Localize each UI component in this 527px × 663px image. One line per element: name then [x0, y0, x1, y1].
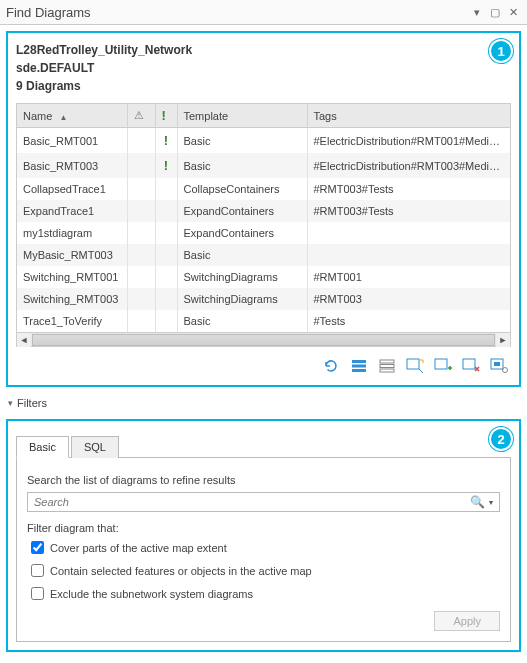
cell-flag [155, 244, 177, 266]
database-name: sde.DEFAULT [16, 61, 511, 75]
col-header-template[interactable]: Template [177, 104, 307, 128]
checkbox-exclude-subnetwork[interactable]: Exclude the subnetwork system diagrams [27, 584, 500, 603]
open-diagram-button[interactable] [405, 357, 425, 375]
cell-tags [307, 222, 510, 244]
callout-badge-2: 2 [489, 427, 513, 451]
svg-rect-4 [380, 365, 394, 368]
search-input[interactable] [32, 495, 468, 509]
refresh-button[interactable] [321, 357, 341, 375]
cell-name: Switching_RMT001 [17, 266, 127, 288]
cell-name: ExpandTrace1 [17, 200, 127, 222]
table-row[interactable]: Basic_RMT001!Basic#ElectricDistribution#… [17, 128, 510, 154]
tab-basic[interactable]: Basic [16, 436, 69, 458]
checkbox-exclude-subnetwork-input[interactable] [31, 587, 44, 600]
checkbox-cover-extent-label: Cover parts of the active map extent [50, 542, 227, 554]
checkbox-cover-extent-input[interactable] [31, 541, 44, 554]
cell-warning [127, 310, 155, 332]
filter-label: Filter diagram that: [27, 522, 500, 534]
results-toolbar [16, 347, 511, 377]
svg-rect-0 [352, 360, 366, 363]
cell-warning [127, 266, 155, 288]
svg-rect-3 [380, 360, 394, 363]
cell-template: Basic [177, 244, 307, 266]
cell-flag [155, 200, 177, 222]
filters-section: 2 Basic SQL Search the list of diagrams … [6, 419, 521, 652]
col-header-tags[interactable]: Tags [307, 104, 510, 128]
diagram-table: Name ▲ ⚠ ! Template Tags Basic_RMT001!Ba… [16, 103, 511, 347]
checkbox-contain-features[interactable]: Contain selected features or objects in … [27, 561, 500, 580]
svg-point-11 [503, 368, 508, 373]
table-row[interactable]: Trace1_ToVerifyBasic#Tests [17, 310, 510, 332]
scroll-track[interactable] [32, 334, 495, 346]
clear-selection-button[interactable] [377, 357, 397, 375]
cell-tags: #RMT003#Tests [307, 178, 510, 200]
filters-expander[interactable]: ▾ Filters [6, 393, 521, 413]
cell-warning [127, 288, 155, 310]
add-diagram-button[interactable] [433, 357, 453, 375]
cell-tags: #ElectricDistribution#RMT003#Medium Volt… [307, 153, 510, 178]
svg-rect-5 [380, 369, 394, 372]
filter-tabs: Basic SQL [16, 435, 511, 458]
maximize-button[interactable]: ▢ [487, 4, 503, 20]
col-header-name[interactable]: Name ▲ [17, 104, 127, 128]
cell-name: Switching_RMT003 [17, 288, 127, 310]
cell-tags: #RMT001 [307, 266, 510, 288]
tab-body-basic: Search the list of diagrams to refine re… [16, 458, 511, 642]
checkbox-cover-extent[interactable]: Cover parts of the active map extent [27, 538, 500, 557]
svg-rect-7 [435, 359, 447, 369]
callout-badge-1: 1 [489, 39, 513, 63]
cell-name: Trace1_ToVerify [17, 310, 127, 332]
dropdown-button[interactable]: ▾ [469, 4, 485, 20]
table-row[interactable]: CollapsedTrace1CollapseContainers#RMT003… [17, 178, 510, 200]
table-row[interactable]: ExpandTrace1ExpandContainers#RMT003#Test… [17, 200, 510, 222]
select-all-button[interactable] [349, 357, 369, 375]
cell-warning [127, 244, 155, 266]
svg-rect-8 [463, 359, 475, 369]
cell-tags: #ElectricDistribution#RMT001#Medium Volt… [307, 128, 510, 154]
table-row[interactable]: Switching_RMT001SwitchingDiagrams#RMT001 [17, 266, 510, 288]
checkbox-contain-features-input[interactable] [31, 564, 44, 577]
cell-flag [155, 222, 177, 244]
title-bar: Find Diagrams ▾ ▢ ✕ [0, 0, 527, 25]
scroll-right-arrow[interactable]: ► [496, 333, 510, 347]
svg-rect-1 [352, 365, 366, 368]
cell-flag: ! [155, 153, 177, 178]
table-header-row: Name ▲ ⚠ ! Template Tags [17, 104, 510, 128]
cell-warning [127, 200, 155, 222]
flag-icon: ! [162, 108, 166, 123]
col-header-flag[interactable]: ! [155, 104, 177, 128]
filters-label: Filters [17, 397, 47, 409]
results-section: 1 L28RedTrolley_Utility_Network sde.DEFA… [6, 31, 521, 387]
scroll-left-arrow[interactable]: ◄ [17, 333, 31, 347]
table-row[interactable]: Basic_RMT003!Basic#ElectricDistribution#… [17, 153, 510, 178]
svg-rect-6 [407, 359, 419, 369]
cell-flag [155, 266, 177, 288]
search-icon[interactable]: 🔍 [468, 495, 487, 509]
cell-name: my1stdiagram [17, 222, 127, 244]
close-button[interactable]: ✕ [505, 4, 521, 20]
search-field-wrap: 🔍 ▾ [27, 492, 500, 512]
apply-button[interactable]: Apply [434, 611, 500, 631]
table-row[interactable]: my1stdiagramExpandContainers [17, 222, 510, 244]
network-name: L28RedTrolley_Utility_Network [16, 43, 511, 57]
svg-rect-10 [494, 362, 500, 366]
cell-warning [127, 128, 155, 154]
table-row[interactable]: MyBasic_RMT003Basic [17, 244, 510, 266]
cell-name: Basic_RMT001 [17, 128, 127, 154]
cell-template: CollapseContainers [177, 178, 307, 200]
cell-template: SwitchingDiagrams [177, 288, 307, 310]
horizontal-scrollbar[interactable]: ◄ ► [17, 332, 510, 346]
diagram-layer-button[interactable] [489, 357, 509, 375]
cell-flag [155, 178, 177, 200]
cell-flag [155, 288, 177, 310]
search-dropdown-icon[interactable]: ▾ [487, 498, 495, 507]
cell-template: Basic [177, 310, 307, 332]
table-row[interactable]: Switching_RMT003SwitchingDiagrams#RMT003 [17, 288, 510, 310]
col-header-name-label: Name [23, 110, 52, 122]
window-title: Find Diagrams [6, 5, 467, 20]
cell-tags [307, 244, 510, 266]
remove-diagram-button[interactable] [461, 357, 481, 375]
col-header-warning[interactable]: ⚠ [127, 104, 155, 128]
tab-sql[interactable]: SQL [71, 436, 119, 458]
cell-name: MyBasic_RMT003 [17, 244, 127, 266]
